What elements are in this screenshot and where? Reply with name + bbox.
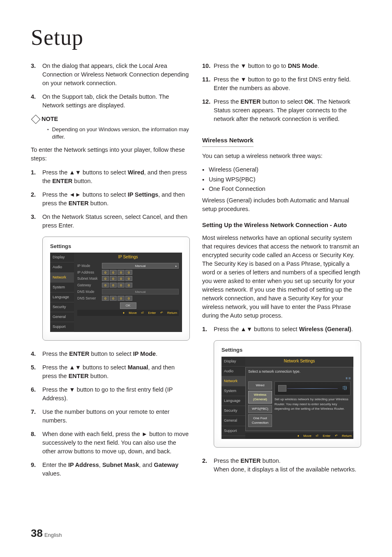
sidebar-item: Display <box>50 253 74 262</box>
footer-hints: ♦ Move ⏎ Enter ↶ Return <box>245 433 353 439</box>
step-text: On the Network Status screen, select Can… <box>42 213 190 230</box>
octet: 0 <box>118 276 125 281</box>
network-diagram <box>274 381 350 395</box>
step-text: Use the number buttons on your remote to… <box>42 408 190 425</box>
sidebar-item: System <box>221 386 245 396</box>
step-text: Press the ENTER button to select OK. The… <box>214 97 361 123</box>
step-text: Press the ▲▼ buttons to select Wireless … <box>214 325 361 334</box>
ip-mode-value: Manual <box>102 263 179 269</box>
step-number: 11. <box>202 75 214 93</box>
octet: 0 <box>102 283 109 288</box>
page-title: Setup <box>31 25 361 50</box>
step-number: 12. <box>202 97 214 123</box>
octet: 0 <box>118 296 125 301</box>
sidebar-item: Language <box>50 292 74 302</box>
octet: 0 <box>102 296 109 301</box>
field-label: Subnet Mask <box>77 276 102 281</box>
screenshot-title: Settings <box>50 243 182 251</box>
step-number: 5. <box>31 363 42 381</box>
octet: 0 <box>118 283 125 288</box>
net-type-wps: WPS(PBC) <box>248 405 272 413</box>
ip-settings-screenshot: Settings Display Audio Network System La… <box>42 237 190 341</box>
step-text: Press the ▼ button to go to the first en… <box>42 385 190 403</box>
dns-mode-value: Manual <box>102 289 179 295</box>
auto-heading: Setting Up the Wireless Network Connecti… <box>202 221 361 230</box>
list-item: Wireless (General) <box>202 165 361 174</box>
step-text: Enter the IP Address, Subnet Mask, and G… <box>42 461 190 478</box>
step-text: When done with each field, press the ► b… <box>42 430 190 456</box>
list-item: Using WPS(PBC) <box>202 175 361 184</box>
right-column: 10. Press the ▼ button to go to DNS Mode… <box>202 62 361 483</box>
step-text: Press the ◄► buttons to select IP Settin… <box>42 190 190 208</box>
octet: 0 <box>125 270 132 275</box>
sidebar-item: System <box>50 283 74 292</box>
step-text: Press the ▲▼ buttons to select Manual, a… <box>42 363 190 381</box>
note-label: NOTE <box>42 115 58 123</box>
step-number: 2. <box>202 457 214 474</box>
list-item: One Foot Connection <box>202 185 361 194</box>
step-number: 2. <box>31 190 42 208</box>
step-text: Press the ENTER button. When done, it di… <box>214 457 361 474</box>
sidebar-item: Security <box>50 302 74 312</box>
step-text: Press the ▼ button to go to the first DN… <box>214 75 361 93</box>
step-number: 1. <box>202 325 214 334</box>
octet: 0 <box>125 276 132 281</box>
popup: Select a network connection type. ıı ıı … <box>245 367 353 431</box>
octet: 0 <box>110 296 117 301</box>
settings-sidebar: Display Audio Network System Language Se… <box>221 357 245 439</box>
sidebar-item: Display <box>221 357 245 367</box>
sidebar-item: Audio <box>221 367 245 376</box>
sidebar-item: Support <box>50 322 74 332</box>
step-number: 9. <box>31 461 42 478</box>
sidebar-item: General <box>221 416 245 426</box>
wireless-heading: Wireless Network <box>202 136 254 147</box>
step-number: 7. <box>31 408 42 425</box>
popup-text: Select a network connection type. <box>248 369 350 374</box>
octet: 0 <box>125 296 132 301</box>
ok-button: OK <box>120 302 136 309</box>
octet: 0 <box>125 283 132 288</box>
field-label: DNS Mode <box>77 289 102 294</box>
page-number: 38English <box>31 527 62 540</box>
settings-sidebar: Display Audio Network System Language Se… <box>50 253 74 332</box>
step-number: 3. <box>31 62 42 88</box>
field-label: Gateway <box>77 283 102 288</box>
step-number: 10. <box>202 62 214 70</box>
step-number: 4. <box>31 93 42 110</box>
step-number: 1. <box>31 168 42 186</box>
net-type-onefoot: One Foot Connection <box>248 414 272 427</box>
left-column: 3. On the dialog that appears, click the… <box>31 62 190 483</box>
panel-header: Network Settings <box>245 357 353 364</box>
step-number: 3. <box>31 213 42 230</box>
step-text: On the dialog that appears, click the Lo… <box>42 62 190 88</box>
wireless-intro: You can setup a wireless network three w… <box>202 152 361 160</box>
octet: 0 <box>110 270 117 275</box>
sidebar-item: Audio <box>50 262 74 272</box>
step-text: Press the ENTER button to select IP Mode… <box>42 350 190 358</box>
sidebar-item: Support <box>221 426 245 436</box>
octet: 0 <box>118 270 125 275</box>
net-type-wired: Wired <box>248 381 272 390</box>
step-number: 6. <box>31 385 42 403</box>
sidebar-item: Network <box>221 376 245 386</box>
step-text: Press the ▼ button to go to DNS Mode. <box>214 62 361 70</box>
intro-paragraph: To enter the Network settings into your … <box>31 146 190 163</box>
step-number: 4. <box>31 350 42 358</box>
note-icon <box>31 114 41 124</box>
net-type-wireless: Wireless (General) <box>248 391 272 404</box>
step-number: 8. <box>31 430 42 456</box>
octet: 0 <box>110 276 117 281</box>
wireless-para: Wireless (General) includes both Automat… <box>202 196 361 214</box>
net-desc: Set up wireless network by selecting you… <box>274 397 350 411</box>
network-settings-screenshot: Settings Display Audio Network System La… <box>214 340 361 448</box>
octet: 0 <box>102 276 109 281</box>
screenshot-title: Settings <box>221 346 353 354</box>
step-text: On the Support tab, click the Details bu… <box>42 93 190 110</box>
sidebar-item: Network <box>50 273 74 283</box>
field-label: IP Mode <box>77 263 102 268</box>
field-label: DNS Server <box>77 296 102 301</box>
sidebar-item: Security <box>221 406 245 416</box>
wifi-icon: ıı ıı <box>248 376 350 381</box>
sidebar-item: Language <box>221 396 245 406</box>
step-text: Press the ▲▼ buttons to select Wired, an… <box>42 168 190 186</box>
